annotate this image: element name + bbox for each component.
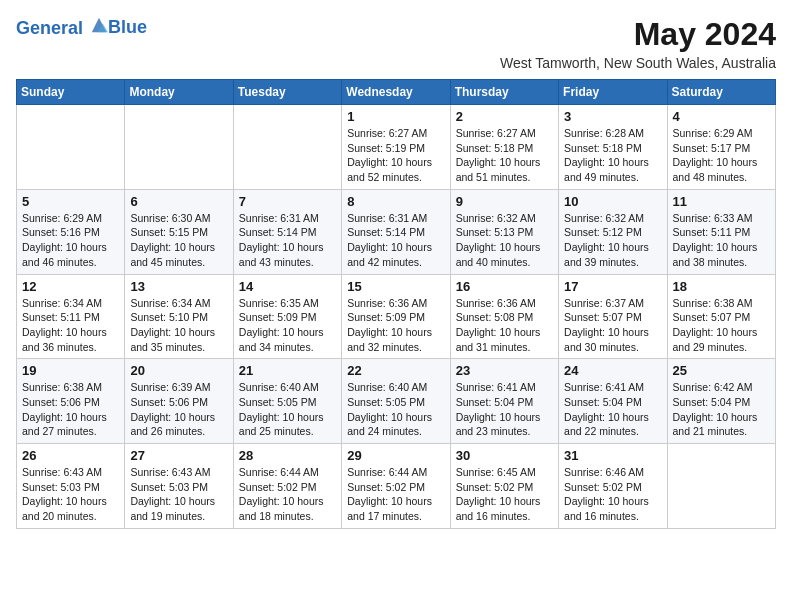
col-saturday: Saturday	[667, 80, 775, 105]
cell-info: Sunrise: 6:45 AMSunset: 5:02 PMDaylight:…	[456, 465, 553, 524]
calendar-cell: 30Sunrise: 6:45 AMSunset: 5:02 PMDayligh…	[450, 444, 558, 529]
calendar-cell: 29Sunrise: 6:44 AMSunset: 5:02 PMDayligh…	[342, 444, 450, 529]
cell-info: Sunrise: 6:29 AMSunset: 5:17 PMDaylight:…	[673, 126, 770, 185]
day-number: 27	[130, 448, 227, 463]
cell-info: Sunrise: 6:44 AMSunset: 5:02 PMDaylight:…	[239, 465, 336, 524]
cell-info: Sunrise: 6:41 AMSunset: 5:04 PMDaylight:…	[456, 380, 553, 439]
calendar-cell: 11Sunrise: 6:33 AMSunset: 5:11 PMDayligh…	[667, 189, 775, 274]
calendar-cell: 9Sunrise: 6:32 AMSunset: 5:13 PMDaylight…	[450, 189, 558, 274]
col-wednesday: Wednesday	[342, 80, 450, 105]
page-header: General Blue May 2024 West Tamworth, New…	[16, 16, 776, 71]
calendar-cell: 4Sunrise: 6:29 AMSunset: 5:17 PMDaylight…	[667, 105, 775, 190]
day-number: 3	[564, 109, 661, 124]
calendar-cell: 23Sunrise: 6:41 AMSunset: 5:04 PMDayligh…	[450, 359, 558, 444]
day-number: 14	[239, 279, 336, 294]
day-number: 15	[347, 279, 444, 294]
calendar-cell: 6Sunrise: 6:30 AMSunset: 5:15 PMDaylight…	[125, 189, 233, 274]
day-number: 12	[22, 279, 119, 294]
calendar-cell: 2Sunrise: 6:27 AMSunset: 5:18 PMDaylight…	[450, 105, 558, 190]
day-number: 6	[130, 194, 227, 209]
calendar-cell	[667, 444, 775, 529]
day-number: 29	[347, 448, 444, 463]
calendar-week-5: 26Sunrise: 6:43 AMSunset: 5:03 PMDayligh…	[17, 444, 776, 529]
day-number: 7	[239, 194, 336, 209]
day-number: 2	[456, 109, 553, 124]
cell-info: Sunrise: 6:30 AMSunset: 5:15 PMDaylight:…	[130, 211, 227, 270]
calendar-cell: 1Sunrise: 6:27 AMSunset: 5:19 PMDaylight…	[342, 105, 450, 190]
day-number: 4	[673, 109, 770, 124]
cell-info: Sunrise: 6:29 AMSunset: 5:16 PMDaylight:…	[22, 211, 119, 270]
calendar-cell: 31Sunrise: 6:46 AMSunset: 5:02 PMDayligh…	[559, 444, 667, 529]
day-number: 28	[239, 448, 336, 463]
cell-info: Sunrise: 6:31 AMSunset: 5:14 PMDaylight:…	[347, 211, 444, 270]
title-block: May 2024 West Tamworth, New South Wales,…	[500, 16, 776, 71]
cell-info: Sunrise: 6:36 AMSunset: 5:09 PMDaylight:…	[347, 296, 444, 355]
calendar-cell: 5Sunrise: 6:29 AMSunset: 5:16 PMDaylight…	[17, 189, 125, 274]
calendar-cell: 3Sunrise: 6:28 AMSunset: 5:18 PMDaylight…	[559, 105, 667, 190]
cell-info: Sunrise: 6:44 AMSunset: 5:02 PMDaylight:…	[347, 465, 444, 524]
calendar-cell	[125, 105, 233, 190]
cell-info: Sunrise: 6:46 AMSunset: 5:02 PMDaylight:…	[564, 465, 661, 524]
month-year: May 2024	[500, 16, 776, 53]
calendar-cell: 21Sunrise: 6:40 AMSunset: 5:05 PMDayligh…	[233, 359, 341, 444]
logo-icon	[90, 16, 108, 34]
logo-blue: Blue	[108, 18, 147, 38]
day-number: 26	[22, 448, 119, 463]
day-number: 20	[130, 363, 227, 378]
day-number: 30	[456, 448, 553, 463]
day-number: 25	[673, 363, 770, 378]
cell-info: Sunrise: 6:36 AMSunset: 5:08 PMDaylight:…	[456, 296, 553, 355]
cell-info: Sunrise: 6:34 AMSunset: 5:10 PMDaylight:…	[130, 296, 227, 355]
day-number: 19	[22, 363, 119, 378]
calendar-week-1: 1Sunrise: 6:27 AMSunset: 5:19 PMDaylight…	[17, 105, 776, 190]
day-number: 18	[673, 279, 770, 294]
cell-info: Sunrise: 6:33 AMSunset: 5:11 PMDaylight:…	[673, 211, 770, 270]
cell-info: Sunrise: 6:38 AMSunset: 5:06 PMDaylight:…	[22, 380, 119, 439]
cell-info: Sunrise: 6:27 AMSunset: 5:18 PMDaylight:…	[456, 126, 553, 185]
col-tuesday: Tuesday	[233, 80, 341, 105]
cell-info: Sunrise: 6:40 AMSunset: 5:05 PMDaylight:…	[239, 380, 336, 439]
cell-info: Sunrise: 6:27 AMSunset: 5:19 PMDaylight:…	[347, 126, 444, 185]
calendar-cell: 12Sunrise: 6:34 AMSunset: 5:11 PMDayligh…	[17, 274, 125, 359]
col-thursday: Thursday	[450, 80, 558, 105]
calendar-cell	[17, 105, 125, 190]
cell-info: Sunrise: 6:41 AMSunset: 5:04 PMDaylight:…	[564, 380, 661, 439]
col-sunday: Sunday	[17, 80, 125, 105]
day-number: 17	[564, 279, 661, 294]
day-number: 10	[564, 194, 661, 209]
calendar-cell: 8Sunrise: 6:31 AMSunset: 5:14 PMDaylight…	[342, 189, 450, 274]
cell-info: Sunrise: 6:34 AMSunset: 5:11 PMDaylight:…	[22, 296, 119, 355]
cell-info: Sunrise: 6:39 AMSunset: 5:06 PMDaylight:…	[130, 380, 227, 439]
day-number: 1	[347, 109, 444, 124]
calendar-cell: 26Sunrise: 6:43 AMSunset: 5:03 PMDayligh…	[17, 444, 125, 529]
day-number: 5	[22, 194, 119, 209]
logo-text: General	[16, 16, 108, 39]
cell-info: Sunrise: 6:43 AMSunset: 5:03 PMDaylight:…	[22, 465, 119, 524]
day-number: 24	[564, 363, 661, 378]
col-friday: Friday	[559, 80, 667, 105]
calendar-cell: 18Sunrise: 6:38 AMSunset: 5:07 PMDayligh…	[667, 274, 775, 359]
cell-info: Sunrise: 6:31 AMSunset: 5:14 PMDaylight:…	[239, 211, 336, 270]
col-monday: Monday	[125, 80, 233, 105]
calendar-header-row: Sunday Monday Tuesday Wednesday Thursday…	[17, 80, 776, 105]
day-number: 9	[456, 194, 553, 209]
calendar-cell: 22Sunrise: 6:40 AMSunset: 5:05 PMDayligh…	[342, 359, 450, 444]
calendar-cell: 16Sunrise: 6:36 AMSunset: 5:08 PMDayligh…	[450, 274, 558, 359]
calendar-week-2: 5Sunrise: 6:29 AMSunset: 5:16 PMDaylight…	[17, 189, 776, 274]
day-number: 23	[456, 363, 553, 378]
calendar-cell: 14Sunrise: 6:35 AMSunset: 5:09 PMDayligh…	[233, 274, 341, 359]
cell-info: Sunrise: 6:28 AMSunset: 5:18 PMDaylight:…	[564, 126, 661, 185]
day-number: 8	[347, 194, 444, 209]
calendar-cell: 28Sunrise: 6:44 AMSunset: 5:02 PMDayligh…	[233, 444, 341, 529]
calendar-cell: 25Sunrise: 6:42 AMSunset: 5:04 PMDayligh…	[667, 359, 775, 444]
logo: General Blue	[16, 16, 147, 39]
calendar-cell: 27Sunrise: 6:43 AMSunset: 5:03 PMDayligh…	[125, 444, 233, 529]
calendar-cell: 13Sunrise: 6:34 AMSunset: 5:10 PMDayligh…	[125, 274, 233, 359]
calendar-cell: 17Sunrise: 6:37 AMSunset: 5:07 PMDayligh…	[559, 274, 667, 359]
calendar-cell: 19Sunrise: 6:38 AMSunset: 5:06 PMDayligh…	[17, 359, 125, 444]
cell-info: Sunrise: 6:32 AMSunset: 5:12 PMDaylight:…	[564, 211, 661, 270]
cell-info: Sunrise: 6:42 AMSunset: 5:04 PMDaylight:…	[673, 380, 770, 439]
cell-info: Sunrise: 6:38 AMSunset: 5:07 PMDaylight:…	[673, 296, 770, 355]
calendar-week-4: 19Sunrise: 6:38 AMSunset: 5:06 PMDayligh…	[17, 359, 776, 444]
cell-info: Sunrise: 6:40 AMSunset: 5:05 PMDaylight:…	[347, 380, 444, 439]
